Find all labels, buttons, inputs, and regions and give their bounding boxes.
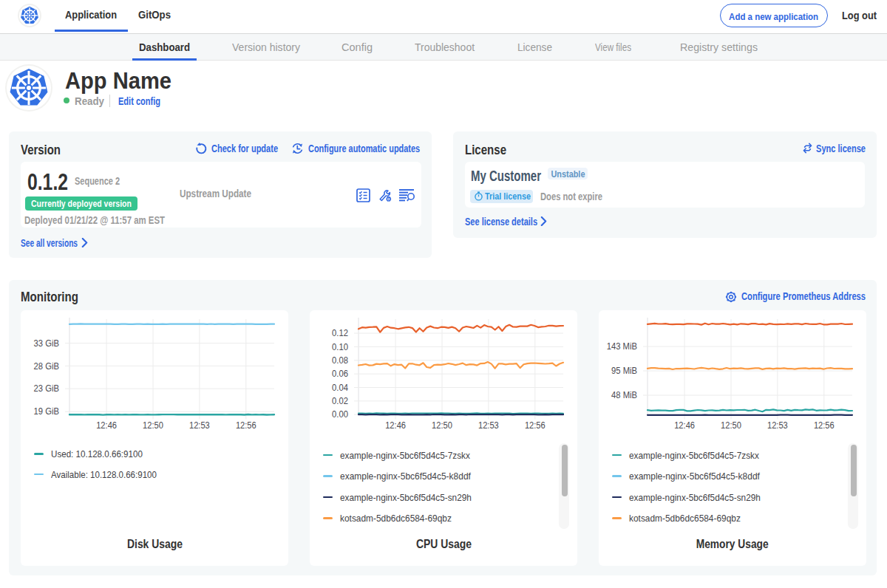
svg-text:0.02: 0.02 [332, 396, 348, 406]
svg-text:12:50: 12:50 [143, 420, 163, 431]
svg-text:0.12: 0.12 [332, 328, 348, 338]
svg-text:0.06: 0.06 [332, 369, 348, 379]
svg-text:95 MiB: 95 MiB [611, 366, 637, 376]
svg-text:12:46: 12:46 [96, 420, 117, 431]
svg-text:12:56: 12:56 [814, 420, 835, 431]
svg-text:12:53: 12:53 [478, 420, 499, 431]
svg-text:33 GiB: 33 GiB [34, 338, 59, 349]
svg-text:12:53: 12:53 [189, 420, 210, 431]
svg-text:28 GiB: 28 GiB [34, 361, 59, 372]
svg-text:12:46: 12:46 [385, 420, 406, 431]
svg-text:48 MiB: 48 MiB [611, 390, 637, 400]
svg-text:0.04: 0.04 [332, 383, 348, 393]
svg-text:12:56: 12:56 [525, 420, 546, 431]
svg-text:0.00: 0.00 [332, 409, 348, 420]
svg-text:12:56: 12:56 [236, 420, 256, 431]
svg-text:0.10: 0.10 [332, 342, 348, 352]
svg-text:143 MiB: 143 MiB [607, 341, 637, 352]
svg-text:19 GiB: 19 GiB [34, 406, 59, 417]
svg-text:23 GiB: 23 GiB [34, 383, 59, 394]
svg-text:0.08: 0.08 [332, 355, 348, 366]
svg-text:12:46: 12:46 [674, 420, 695, 431]
svg-text:12:53: 12:53 [767, 420, 788, 431]
svg-text:12:50: 12:50 [721, 420, 741, 431]
svg-text:12:50: 12:50 [432, 420, 452, 431]
